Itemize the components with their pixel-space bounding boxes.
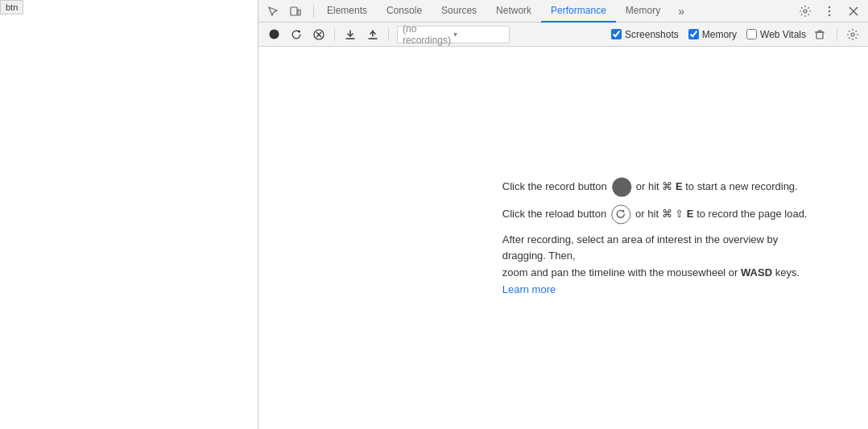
svg-point-5 [829, 14, 830, 15]
checkbox-group: Screenshots Memory Web Vitals [611, 29, 806, 40]
record-button[interactable] [263, 24, 284, 45]
recordings-dropdown[interactable]: (no recordings) ▾ [397, 26, 510, 43]
tab-network[interactable]: Network [486, 0, 541, 23]
browser-page-area [0, 0, 258, 429]
toolbar-divider-1 [334, 28, 335, 41]
tab-icon-group [262, 0, 307, 23]
toolbar-divider-2 [388, 28, 389, 41]
reload-button-icon [611, 204, 630, 224]
svg-point-21 [851, 33, 854, 36]
record-instruction-row: Click the record button or hit ⌘ E to st… [502, 177, 808, 196]
screenshots-checkbox-item[interactable]: Screenshots [611, 29, 679, 40]
capture-settings-button[interactable] [842, 24, 863, 45]
tab-bar: Elements Console Sources Network Perform… [258, 0, 868, 23]
record-instruction-suffix: or hit ⌘ E to start a new recording. [636, 177, 798, 196]
after-line2: zoom and pan the timeline with the mouse… [502, 267, 800, 296]
tab-performance[interactable]: Performance [541, 0, 616, 23]
svg-point-4 [829, 10, 830, 11]
screenshots-checkbox[interactable] [611, 29, 622, 39]
tab-memory[interactable]: Memory [616, 0, 670, 23]
learn-more-link[interactable]: Learn more [502, 283, 556, 295]
reload-and-record-button[interactable] [286, 24, 307, 45]
toolbar-divider-3 [837, 28, 837, 41]
delete-recordings-button[interactable] [809, 24, 830, 45]
performance-toolbar: (no recordings) ▾ Screenshots Memory Web… [258, 23, 868, 47]
svg-rect-16 [816, 32, 823, 39]
svg-point-2 [804, 10, 807, 13]
clear-button[interactable] [308, 24, 329, 45]
settings-button[interactable] [794, 0, 816, 23]
reload-instruction-row: Click the reload button or hit ⌘ ⇧ E to … [502, 204, 808, 224]
tab-elements[interactable]: Elements [317, 0, 377, 23]
device-toolbar-button[interactable] [284, 0, 307, 23]
svg-rect-1 [298, 10, 300, 15]
tab-actions [794, 0, 865, 23]
web-vitals-checkbox[interactable] [746, 29, 757, 39]
btn-label: btn [0, 0, 23, 14]
record-instruction-prefix: Click the record button [502, 177, 607, 196]
close-devtools-button[interactable] [842, 0, 865, 23]
inspect-element-button[interactable] [262, 0, 284, 23]
more-tabs-button[interactable]: » [670, 0, 692, 23]
memory-checkbox[interactable] [688, 29, 699, 39]
reload-instruction-suffix: or hit ⌘ ⇧ E to record the page load. [635, 204, 807, 223]
reload-instruction-prefix: Click the reload button [502, 204, 606, 223]
devtools-panel: Elements Console Sources Network Perform… [258, 0, 868, 429]
memory-checkbox-item[interactable]: Memory [688, 29, 737, 40]
tab-console[interactable]: Console [377, 0, 432, 23]
instructions-panel: Click the record button or hit ⌘ E to st… [502, 177, 808, 299]
tab-divider-1 [313, 5, 314, 18]
svg-rect-0 [291, 7, 297, 15]
record-button-icon [612, 177, 631, 196]
more-options-button[interactable] [818, 0, 841, 23]
svg-point-3 [829, 6, 830, 7]
web-vitals-checkbox-item[interactable]: Web Vitals [746, 29, 806, 40]
svg-point-8 [269, 30, 279, 39]
load-profile-button[interactable] [340, 24, 361, 45]
performance-main-content: Click the record button or hit ⌘ E to st… [258, 47, 868, 429]
after-recording-text: After recording, select an area of inter… [502, 232, 808, 299]
save-profile-button[interactable] [362, 24, 383, 45]
dropdown-chevron-icon: ▾ [453, 30, 504, 39]
tab-sources[interactable]: Sources [432, 0, 486, 23]
